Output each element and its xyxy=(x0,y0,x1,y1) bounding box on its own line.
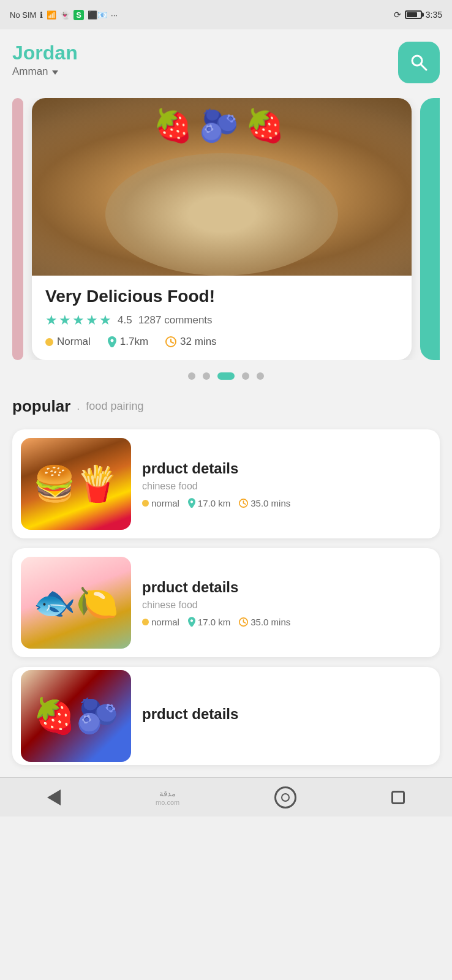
cereal-partial-image: 🍓🫐 xyxy=(21,670,131,762)
back-icon xyxy=(47,790,61,805)
dot-2[interactable] xyxy=(203,372,210,380)
header: Jordan Amman xyxy=(12,42,440,83)
section-subtitle: food pairing xyxy=(86,400,143,413)
meta-row: Normal 1.7km 32 mins xyxy=(45,336,398,348)
featured-carousel: Very Delicious Food! ★ ★ ★ ★ ★ 4.5 1287 … xyxy=(12,98,440,360)
main-content: Jordan Amman Very Delicious Food! xyxy=(0,29,452,777)
product-distance-1: 17.0 km xyxy=(188,498,230,508)
product-distance-2: 17.0 km xyxy=(188,617,230,627)
battery-icon xyxy=(405,10,422,19)
location-pin-icon xyxy=(108,336,116,347)
distance-text-1: 17.0 km xyxy=(198,498,230,508)
product-time-1: 35.0 mins xyxy=(239,498,290,508)
carousel-prev-card xyxy=(12,98,23,360)
dot-1[interactable] xyxy=(188,372,195,380)
product-image-2: 🐟🍋 xyxy=(21,557,131,649)
search-icon xyxy=(409,53,429,72)
location-row[interactable]: Amman xyxy=(12,66,78,78)
section-separator: . xyxy=(77,400,80,413)
section-header: popular . food pairing xyxy=(12,397,440,416)
svg-line-1 xyxy=(421,64,426,70)
square-button[interactable] xyxy=(391,791,405,804)
status-right: ⟳ 3:35 xyxy=(394,10,442,20)
product-title-2: prduct details xyxy=(142,579,431,596)
star-2: ★ xyxy=(59,312,71,328)
product-category-2: chinese food xyxy=(142,600,431,611)
time-text-1: 35.0 mins xyxy=(250,498,290,508)
food-image xyxy=(32,98,412,276)
home-button[interactable] xyxy=(274,786,296,809)
wifi-icon: 📶 xyxy=(47,10,56,20)
product-info-1: prduct details chinese food normal 17.0 … xyxy=(142,460,431,508)
pagination-dots xyxy=(12,372,440,380)
card-info: Very Delicious Food! ★ ★ ★ ★ ★ 4.5 1287 … xyxy=(32,276,412,360)
product-time-2: 35.0 mins xyxy=(239,617,290,627)
location-text: Amman xyxy=(12,66,48,78)
s-icon: S xyxy=(73,10,84,20)
condition-text-2: normal xyxy=(151,617,179,627)
product-title-1: prduct details xyxy=(142,460,431,477)
back-button[interactable] xyxy=(47,790,61,805)
featured-card-image xyxy=(32,98,412,276)
product-card-3[interactable]: 🍓🫐 prduct details xyxy=(12,667,440,765)
rating-number: 4.5 xyxy=(118,314,132,326)
dots-icon: ··· xyxy=(111,10,118,20)
condition-label: Normal xyxy=(57,336,91,348)
pin-icon-1 xyxy=(188,498,195,508)
logo-latin: mo.com xyxy=(156,799,179,806)
product-image-3: 🍓🫐 xyxy=(21,670,131,762)
status-left: No SIM ℹ 📶 👻 S ⬛📧 ··· xyxy=(10,10,118,20)
carousel-next-card xyxy=(420,98,440,360)
svg-line-10 xyxy=(244,622,246,623)
circular-icon: ⟳ xyxy=(394,10,401,20)
city-name: Jordan xyxy=(12,42,78,64)
signal-icon: ℹ xyxy=(40,10,43,20)
chevron-down-icon xyxy=(52,70,58,75)
condition-text-1: normal xyxy=(151,498,179,508)
star-4: ★ xyxy=(86,312,98,328)
product-info-2: prduct details chinese food normal 17.0 … xyxy=(142,579,431,627)
dot-5[interactable] xyxy=(257,372,264,380)
product-card-2[interactable]: 🐟🍋 prduct details chinese food normal 17… xyxy=(12,548,440,657)
time-display: 3:35 xyxy=(426,10,442,20)
carrier-text: No SIM xyxy=(10,10,36,20)
condition-item: Normal xyxy=(45,336,91,348)
search-button[interactable] xyxy=(398,42,440,83)
clock-icon-2 xyxy=(239,617,248,627)
app-icons: ⬛📧 xyxy=(88,10,107,20)
product-condition-2: normal xyxy=(142,617,179,627)
product-card-1[interactable]: 🍔🍟 prduct details chinese food normal 17… xyxy=(12,429,440,538)
comments-text: 1287 comments xyxy=(138,314,213,326)
snapchat-icon: 👻 xyxy=(60,10,70,20)
star-3: ★ xyxy=(72,312,85,328)
time-text-2: 35.0 mins xyxy=(250,617,290,627)
featured-card[interactable]: Very Delicious Food! ★ ★ ★ ★ ★ 4.5 1287 … xyxy=(32,98,412,360)
burger-image: 🍔🍟 xyxy=(21,438,131,530)
time-item: 32 mins xyxy=(165,336,217,348)
square-icon xyxy=(391,791,405,804)
svg-line-4 xyxy=(171,342,173,343)
fish-image: 🐟🍋 xyxy=(21,557,131,649)
star-1: ★ xyxy=(45,312,58,328)
condition-dot-2 xyxy=(142,619,149,625)
product-meta-1: normal 17.0 km 35.0 xyxy=(142,498,431,508)
product-title-3: prduct details xyxy=(142,706,431,723)
distance-text-2: 17.0 km xyxy=(198,617,230,627)
stars: ★ ★ ★ ★ ★ xyxy=(45,312,111,328)
header-left: Jordan Amman xyxy=(12,42,78,78)
status-bar: No SIM ℹ 📶 👻 S ⬛📧 ··· ⟳ 3:35 xyxy=(0,0,452,29)
svg-line-7 xyxy=(244,503,246,504)
distance-item: 1.7km xyxy=(108,336,148,348)
section-title: popular xyxy=(12,397,70,416)
clock-icon xyxy=(165,336,176,347)
product-meta-2: normal 17.0 km 35.0 xyxy=(142,617,431,627)
product-info-3: prduct details xyxy=(142,706,431,726)
condition-dot-1 xyxy=(142,500,149,507)
dot-4[interactable] xyxy=(242,372,249,380)
logo-arabic: مدقة xyxy=(156,789,179,799)
clock-icon-1 xyxy=(239,499,248,508)
time-label: 32 mins xyxy=(180,336,217,348)
product-image-1: 🍔🍟 xyxy=(21,438,131,530)
dot-3-active[interactable] xyxy=(217,372,235,380)
pin-icon-2 xyxy=(188,617,195,627)
